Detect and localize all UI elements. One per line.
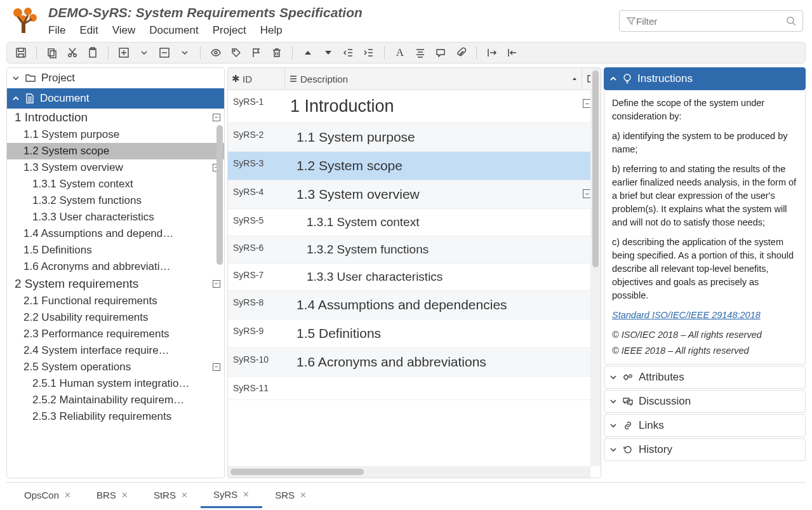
search-icon[interactable] <box>786 16 796 26</box>
tab-brs[interactable]: BRS✕ <box>84 483 141 507</box>
links-header[interactable]: Links <box>604 414 806 437</box>
collapse-toggle[interactable]: − <box>213 114 220 121</box>
tag-icon[interactable] <box>230 46 243 59</box>
grid-scrollbar-horizontal[interactable] <box>228 466 590 478</box>
svg-rect-6 <box>17 48 25 57</box>
instructions-header[interactable]: Instructions <box>604 67 806 90</box>
cell-description: 1.3.1 System context <box>285 209 601 236</box>
col-header-id[interactable]: ✱ ID <box>228 68 285 90</box>
tree-item[interactable]: 2.1 Functional requirements <box>7 293 224 309</box>
cell-description: 1.3.2 System functions <box>285 236 601 263</box>
close-icon[interactable]: ✕ <box>243 490 250 499</box>
move-up-icon[interactable] <box>302 46 314 59</box>
font-icon[interactable]: A <box>394 46 406 59</box>
svg-point-16 <box>234 50 235 51</box>
standard-link[interactable]: Standard ISO/IEC/IEEE 29148:2018 <box>612 310 761 320</box>
tree-item[interactable]: 1.4 Assumptions and depend… <box>7 225 224 242</box>
grid-row[interactable]: SyRS-41.3 System overview− <box>228 180 601 209</box>
cell-description <box>285 377 601 399</box>
cell-id: SyRS-3 <box>228 152 285 180</box>
page-title: DEMO-SyRS: System Requirements Specifica… <box>48 5 610 20</box>
grid-row[interactable]: SyRS-11 <box>228 377 601 400</box>
document-panel-header[interactable]: Document <box>7 88 224 109</box>
chevron-down-icon[interactable] <box>138 46 150 59</box>
collapse-toggle[interactable]: − <box>213 280 220 288</box>
col-header-description[interactable]: Description <box>285 69 582 90</box>
close-icon[interactable]: ✕ <box>181 490 188 500</box>
tree-item[interactable]: 1.5 Definitions <box>7 242 224 258</box>
grid-row[interactable]: SyRS-51.3.1 System context <box>228 209 601 236</box>
tree-item[interactable]: 2.5.2 Maintainability requirem… <box>7 392 224 408</box>
comment-icon[interactable] <box>434 46 447 59</box>
align-icon[interactable] <box>414 46 427 59</box>
tab-opscon[interactable]: OpsCon✕ <box>11 483 84 507</box>
grid-row[interactable]: SyRS-31.2 System scope <box>228 152 601 180</box>
copy-icon[interactable] <box>46 46 58 59</box>
tree-item[interactable]: 1.6 Acronyms and abbreviati… <box>7 258 224 275</box>
tree-item[interactable]: 1.3 System overview− <box>7 159 224 176</box>
tree-item[interactable]: 1.3.3 User characteristics <box>7 209 224 225</box>
expand-width-icon[interactable] <box>486 46 498 59</box>
discussion-header[interactable]: Discussion <box>604 390 806 413</box>
tree-item[interactable]: 1.1 System purpose <box>7 126 224 143</box>
attachment-icon[interactable] <box>455 46 467 59</box>
grid-row[interactable]: SyRS-61.3.2 System functions <box>228 236 601 264</box>
tab-strs[interactable]: StRS✕ <box>141 483 201 507</box>
indent-icon[interactable] <box>363 46 375 59</box>
tree-item[interactable]: 2.4 System interface require… <box>7 342 224 359</box>
document-tree[interactable]: 1 Introduction−1.1 System purpose1.2 Sys… <box>7 109 224 425</box>
tree-item[interactable]: 2.5.1 Human system integratio… <box>7 375 224 392</box>
outdent-icon[interactable] <box>342 46 355 59</box>
move-down-icon[interactable] <box>322 46 335 59</box>
close-icon[interactable]: ✕ <box>64 490 71 500</box>
grid-row[interactable]: SyRS-91.5 Definitions <box>228 319 601 348</box>
toolbar: A <box>6 42 806 64</box>
menu-edit[interactable]: Edit <box>79 24 98 37</box>
tree-item[interactable]: 1 Introduction− <box>7 109 224 126</box>
close-icon[interactable]: ✕ <box>300 490 307 500</box>
grid-row[interactable]: SyRS-21.1 System purpose <box>228 123 601 152</box>
menu-file[interactable]: File <box>48 24 65 37</box>
attributes-header[interactable]: Attributes <box>604 366 806 389</box>
paste-icon[interactable] <box>86 46 99 59</box>
save-icon[interactable] <box>15 46 27 59</box>
tree-item[interactable]: 2.5 System operations− <box>7 359 224 375</box>
chevron-down-icon <box>609 373 617 381</box>
close-icon[interactable]: ✕ <box>121 490 128 500</box>
filter-box[interactable] <box>619 10 803 32</box>
tab-syrs[interactable]: SyRS✕ <box>201 483 262 508</box>
tree-scrollbar-thumb[interactable] <box>216 125 223 265</box>
project-panel-header[interactable]: Project <box>7 68 224 88</box>
menu-view[interactable]: View <box>112 24 136 37</box>
grid-row[interactable]: SyRS-101.6 Acronyms and abbreviations <box>228 348 601 377</box>
trash-icon[interactable] <box>270 46 283 59</box>
cut-icon[interactable] <box>66 46 79 59</box>
menu-project[interactable]: Project <box>213 24 246 37</box>
history-header[interactable]: History <box>604 438 806 461</box>
chevron-down-icon[interactable] <box>178 46 191 59</box>
grid-row[interactable]: SyRS-81.4 Assumptions and dependencies <box>228 291 601 319</box>
grid-scrollbar-vertical[interactable] <box>590 68 601 466</box>
eye-icon[interactable] <box>210 46 222 59</box>
tree-item[interactable]: 2.5.3 Reliability requirements <box>7 408 224 425</box>
filter-input[interactable] <box>636 16 786 27</box>
tree-item[interactable]: 2.3 Performance requirements <box>7 326 224 342</box>
grid-row[interactable]: SyRS-11 Introduction− <box>228 90 601 123</box>
tree-item[interactable]: 1.2 System scope <box>7 143 224 159</box>
tree-item[interactable]: 2.2 Usability requirements <box>7 309 224 326</box>
tab-srs[interactable]: SRS✕ <box>262 483 319 507</box>
collapse-toggle[interactable]: − <box>213 363 220 371</box>
menu-help[interactable]: Help <box>260 24 283 37</box>
menu-document[interactable]: Document <box>149 24 198 37</box>
chevron-down-icon <box>609 422 617 429</box>
grid-body[interactable]: SyRS-11 Introduction−SyRS-21.1 System pu… <box>228 90 601 478</box>
grid-row[interactable]: SyRS-71.3.3 User characteristics <box>228 264 601 291</box>
flag-icon[interactable] <box>250 46 263 59</box>
sort-asc-icon[interactable] <box>571 76 578 82</box>
remove-box-icon[interactable] <box>158 46 171 59</box>
add-box-icon[interactable] <box>117 46 130 59</box>
tree-item[interactable]: 1.3.1 System context <box>7 176 224 192</box>
tree-item[interactable]: 2 System requirements− <box>7 275 224 293</box>
tree-item[interactable]: 1.3.2 System functions <box>7 192 224 209</box>
collapse-width-icon[interactable] <box>506 46 519 59</box>
